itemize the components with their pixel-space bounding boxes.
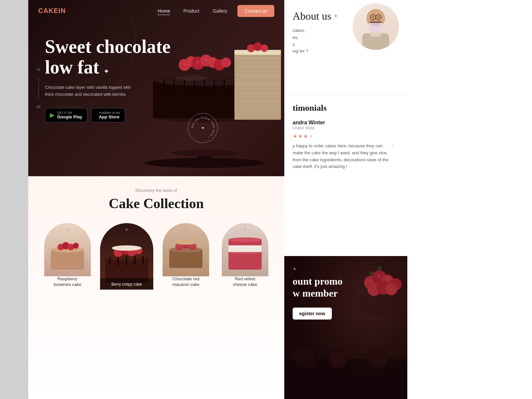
cake-card-3-name: Chocolate redmacaron cake	[172, 276, 200, 288]
svg-point-54	[112, 245, 142, 251]
logo: CAKEIN	[38, 7, 66, 15]
cake-card-4-plus: +	[244, 227, 246, 232]
google-play-btn[interactable]: ▶ GET IT ON Google Play	[45, 108, 87, 122]
promo-section: ✦ ount promo w member egister now	[284, 256, 407, 399]
cake-card-1-plus: +	[66, 227, 69, 232]
cake-card-4-image: +	[222, 223, 268, 276]
hero-star: ✦	[104, 68, 109, 75]
svg-point-60	[174, 240, 198, 245]
svg-point-17	[197, 61, 200, 64]
promo-cake-bg	[284, 332, 407, 399]
star-1: ★	[293, 133, 297, 139]
nav-product[interactable]: Product	[183, 8, 199, 14]
testimonials-panel: timonials andra Winter United State ★ ★ …	[284, 96, 407, 177]
svg-point-66	[228, 237, 262, 242]
dream-star: ✦	[201, 126, 204, 131]
hero-content: Sweet chocolate low fat ✦ Chocolate cake…	[45, 37, 171, 122]
collection-subtitle: Discovery the taste of	[35, 188, 278, 193]
star-rating: ★ ★ ★ ★	[293, 133, 389, 139]
star-3: ★	[303, 133, 308, 139]
about-desc-1: cakes,	[293, 28, 305, 33]
main-container: CAKEIN Home Product Gallery Contact us 0…	[28, 0, 532, 399]
person-svg	[352, 3, 399, 50]
svg-point-91	[329, 351, 346, 367]
hero-title-line2: low fat	[45, 57, 99, 77]
app-store-small: Available on the	[99, 111, 120, 114]
left-section: CAKEIN Home Product Gallery Contact us 0…	[28, 0, 284, 399]
cake-card-2-plus: +	[125, 227, 128, 232]
app-store-btn[interactable]: Available on the App Store	[91, 108, 125, 122]
svg-point-40	[175, 75, 208, 81]
next-arrow[interactable]: ›	[392, 141, 394, 149]
star-2: ★	[298, 133, 303, 139]
promo-star-wrapper: ✦	[293, 266, 399, 272]
promo-title-line2: w member	[293, 288, 338, 299]
about-title: About us ✦	[293, 10, 347, 22]
svg-rect-42	[51, 250, 84, 270]
cake-card-2: + Berry crispy cake	[100, 223, 153, 290]
person-image	[352, 3, 399, 50]
berry-crispy-label: Berry crispy cake	[111, 282, 142, 287]
about-description: cakes, es, s ing for ?	[293, 27, 347, 55]
cake-card-1-name: Raspberrybrownies cake	[54, 276, 81, 288]
cake-cards: + Raspberrybrownies cake	[35, 223, 278, 290]
promo-star-icon: ✦	[293, 267, 297, 272]
hero-section: CAKEIN Home Product Gallery Contact us 0…	[28, 0, 284, 176]
svg-rect-55	[169, 250, 202, 268]
register-button[interactable]: egister now	[293, 308, 332, 320]
cake-card-1: + Raspberrybrownies cake	[41, 223, 94, 290]
svg-point-2	[171, 150, 238, 156]
testimonials-title: timonials	[293, 103, 399, 113]
contact-button[interactable]: Contact us	[237, 5, 274, 17]
google-play-small: GET IT ON	[57, 111, 82, 114]
nav-gallery[interactable]: Gallery	[213, 8, 227, 14]
app-store-large: App Store	[99, 114, 120, 119]
svg-point-47	[73, 243, 79, 249]
cake-card-4: + Red velvetcheese cake	[218, 223, 272, 290]
review-text: y happy to order cakes here, because the…	[293, 143, 389, 170]
cake-card-2-image: + Berry crispy cake	[100, 223, 153, 290]
about-desc-4: ing for ?	[293, 49, 308, 54]
nav-links: Home Product Gallery	[158, 8, 227, 14]
reviewer-country: United State	[293, 126, 389, 130]
about-title-text: About us	[293, 10, 331, 22]
cake-card-2-label: Berry crispy cake	[100, 278, 153, 290]
google-play-text: GET IT ON Google Play	[57, 111, 82, 119]
hero-title-line1: Sweet chocolate	[45, 36, 171, 57]
slide-num-bottom: 04	[37, 105, 41, 109]
nav-home[interactable]: Home	[158, 8, 170, 14]
promo-title: ount promo w member	[293, 275, 399, 299]
google-play-icon: ▶	[50, 111, 55, 119]
cake-card-1-image: +	[44, 223, 91, 276]
logo-accent: IN	[59, 7, 66, 14]
svg-point-69	[377, 16, 379, 18]
navbar: CAKEIN Home Product Gallery Contact us	[28, 0, 284, 22]
right-section: About us ✦ cakes, es, s ing for ?	[284, 0, 407, 399]
collection-title: Cake Collection	[35, 196, 278, 211]
reviewer-name: andra Winter	[293, 120, 389, 126]
promo-content: ✦ ount promo w member egister now	[293, 266, 399, 320]
about-desc-2: es,	[293, 35, 298, 40]
section-divider	[284, 95, 407, 95]
cake-card-3-image: +	[163, 223, 209, 276]
cake-card-3: + Chocolate redmacaron cake	[159, 223, 212, 290]
svg-rect-72	[369, 23, 382, 32]
about-desc-3: s	[293, 42, 295, 47]
svg-point-93	[368, 349, 386, 367]
left-lower: Discovery the taste of Cake Collection +	[28, 176, 284, 399]
testimonial-item: andra Winter United State ★ ★ ★ ★ y happ…	[293, 120, 399, 170]
svg-point-14	[221, 58, 231, 67]
star-4: ★	[309, 133, 313, 139]
svg-point-18	[205, 58, 207, 61]
svg-point-89	[294, 347, 314, 367]
slide-indicator: 01 04	[37, 67, 41, 109]
svg-point-68	[372, 16, 374, 18]
hero-title: Sweet chocolate low fat ✦	[45, 37, 171, 77]
cake-card-4-name: Red velvetcheese cake	[233, 276, 257, 288]
dream-circle: Get you dream cake here • ✦	[188, 113, 218, 143]
svg-rect-61	[228, 251, 262, 270]
hero-description: Chocolate cake layer with vanilla topped…	[45, 84, 131, 98]
svg-point-16	[190, 60, 193, 62]
svg-point-37	[261, 45, 268, 52]
app-store-text: Available on the App Store	[99, 111, 120, 119]
